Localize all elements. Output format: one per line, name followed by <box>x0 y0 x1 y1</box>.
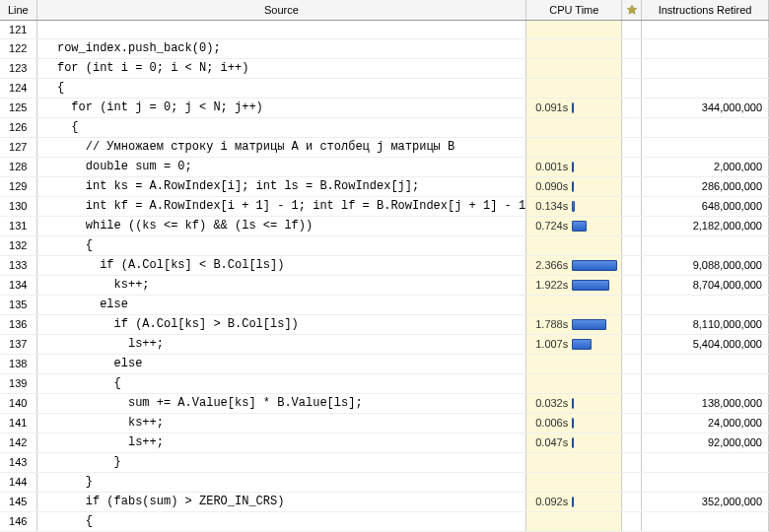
instructions-retired-cell <box>642 235 769 255</box>
table-row[interactable]: 135 else <box>0 295 769 314</box>
source-code: for (int i = 0; i < N; i++) <box>37 59 526 78</box>
star-cell <box>622 452 642 472</box>
source-cell: // Умножаем строку i матрицы A и столбец… <box>36 137 526 157</box>
cpu-time-cell: 1.007s <box>526 334 622 354</box>
instructions-retired-cell <box>642 373 769 393</box>
instructions-retired-cell <box>642 452 769 472</box>
star-cell <box>622 275 642 295</box>
cpu-time-cell: 1.788s <box>526 314 622 334</box>
star-cell <box>622 472 642 492</box>
cpu-time-value: 0.091s <box>530 101 568 113</box>
table-row[interactable]: 142 ls++;0.047s92,000,000 <box>0 432 769 452</box>
line-number: 121 <box>0 20 36 38</box>
line-number: 139 <box>0 373 36 393</box>
cpu-time-value: 1.922s <box>530 279 568 291</box>
table-row[interactable]: 122 row_index.push_back(0); <box>0 38 769 58</box>
instructions-retired-cell: 5,404,000,000 <box>642 334 769 354</box>
column-header-instructions[interactable]: Instructions Retired <box>642 0 769 20</box>
star-cell <box>622 393 642 413</box>
instructions-retired-cell <box>642 20 769 38</box>
source-code: if (A.Col[ks] < B.Col[ls]) <box>37 256 526 275</box>
line-number: 144 <box>0 472 36 492</box>
source-code: ls++; <box>37 335 526 354</box>
star-cell <box>622 78 642 98</box>
source-cell: if (A.Col[ks] > B.Col[ls]) <box>36 314 526 334</box>
table-row[interactable]: 133 if (A.Col[ks] < B.Col[ls])2.366s9,08… <box>0 255 769 275</box>
instructions-retired-cell <box>642 117 769 137</box>
table-row[interactable]: 127 // Умножаем строку i матрицы A и сто… <box>0 137 769 157</box>
table-row[interactable]: 145 if (fabs(sum) > ZERO_IN_CRS)0.092s35… <box>0 492 769 511</box>
table-row[interactable]: 134 ks++;1.922s8,704,000,000 <box>0 275 769 295</box>
instructions-retired-cell: 8,704,000,000 <box>642 275 769 295</box>
cpu-time-value: 0.090s <box>530 180 568 192</box>
source-code: for (int j = 0; j < N; j++) <box>37 99 526 117</box>
column-header-star[interactable] <box>622 0 642 20</box>
cpu-time-bar <box>572 437 617 448</box>
star-cell <box>622 117 642 137</box>
instructions-retired-cell <box>642 78 769 98</box>
instructions-retired-cell: 352,000,000 <box>642 492 769 511</box>
source-code: else <box>37 296 526 314</box>
cpu-time-cell <box>526 511 622 531</box>
column-header-source[interactable]: Source <box>36 0 526 20</box>
cpu-time-bar <box>572 280 617 291</box>
source-code: } <box>37 473 526 492</box>
source-cell: while ((ks <= kf) && (ls <= lf)) <box>36 216 526 235</box>
table-row[interactable]: 121 <box>0 20 769 38</box>
source-cell: row_index.push_back(0); <box>36 38 526 58</box>
instructions-retired-cell <box>642 354 769 373</box>
table-row[interactable]: 137 ls++;1.007s5,404,000,000 <box>0 334 769 354</box>
instructions-retired-cell: 8,110,000,000 <box>642 314 769 334</box>
cpu-time-cell <box>526 235 622 255</box>
table-row[interactable]: 128 double sum = 0;0.001s2,000,000 <box>0 157 769 176</box>
column-header-line[interactable]: Line <box>0 0 36 20</box>
cpu-time-bar <box>572 181 617 192</box>
instructions-retired-cell: 9,088,000,000 <box>642 255 769 275</box>
star-cell <box>622 354 642 373</box>
cpu-time-value: 0.032s <box>530 397 568 409</box>
source-code: int ks = A.RowIndex[i]; int ls = B.RowIn… <box>37 177 526 196</box>
instructions-retired-cell: 138,000,000 <box>642 393 769 413</box>
table-row[interactable]: 123 for (int i = 0; i < N; i++) <box>0 58 769 78</box>
cpu-time-cell: 2.366s <box>526 255 622 275</box>
source-profile-table: Line Source CPU Time Instructions Retire… <box>0 0 769 532</box>
line-number: 145 <box>0 492 36 511</box>
table-row[interactable]: 126 { <box>0 117 769 137</box>
line-number: 122 <box>0 38 36 58</box>
table-row[interactable]: 129 int ks = A.RowIndex[i]; int ls = B.R… <box>0 176 769 196</box>
cpu-time-cell <box>526 38 622 58</box>
star-cell <box>622 295 642 314</box>
source-cell: else <box>36 354 526 373</box>
cpu-time-cell: 0.134s <box>526 196 622 216</box>
table-row[interactable]: 130 int kf = A.RowIndex[i + 1] - 1; int … <box>0 196 769 216</box>
table-row[interactable]: 144 } <box>0 472 769 492</box>
line-number: 141 <box>0 413 36 432</box>
instructions-retired-cell <box>642 472 769 492</box>
table-row[interactable]: 124 { <box>0 78 769 98</box>
table-row[interactable]: 139 { <box>0 373 769 393</box>
instructions-retired-cell: 92,000,000 <box>642 432 769 452</box>
line-number: 126 <box>0 117 36 137</box>
table-row[interactable]: 141 ks++;0.006s24,000,000 <box>0 413 769 432</box>
table-row[interactable]: 143 } <box>0 452 769 472</box>
table-row[interactable]: 138 else <box>0 354 769 373</box>
column-header-cpu-time[interactable]: CPU Time <box>526 0 622 20</box>
source-code: else <box>37 355 526 373</box>
cpu-time-bar <box>572 201 617 212</box>
table-row[interactable]: 146 { <box>0 511 769 531</box>
line-number: 142 <box>0 432 36 452</box>
line-number: 137 <box>0 334 36 354</box>
line-number: 138 <box>0 354 36 373</box>
line-number: 127 <box>0 137 36 157</box>
source-cell: ls++; <box>36 334 526 354</box>
table-row[interactable]: 132 { <box>0 235 769 255</box>
table-row[interactable]: 136 if (A.Col[ks] > B.Col[ls])1.788s8,11… <box>0 314 769 334</box>
table-row[interactable]: 125 for (int j = 0; j < N; j++)0.091s344… <box>0 98 769 117</box>
instructions-retired-cell <box>642 38 769 58</box>
table-row[interactable]: 131 while ((ks <= kf) && (ls <= lf))0.72… <box>0 216 769 235</box>
cpu-time-value: 0.047s <box>530 436 568 448</box>
cpu-time-bar <box>572 260 617 271</box>
cpu-time-cell: 0.724s <box>526 216 622 235</box>
table-row[interactable]: 140 sum += A.Value[ks] * B.Value[ls];0.0… <box>0 393 769 413</box>
instructions-retired-cell <box>642 511 769 531</box>
